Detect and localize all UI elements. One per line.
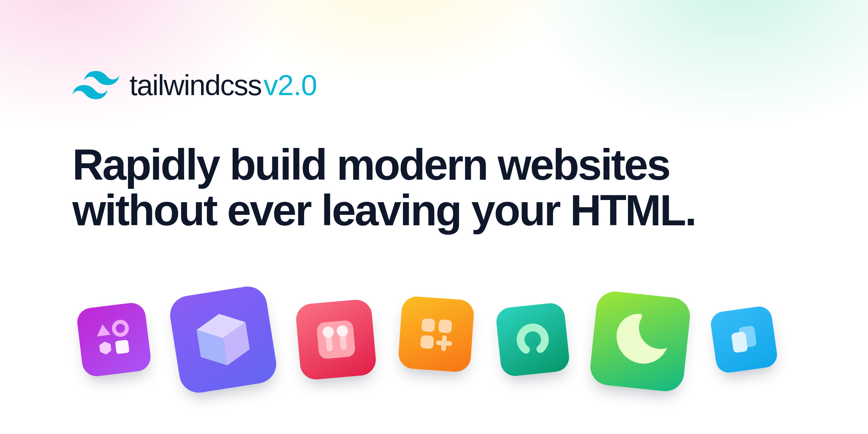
feature-card-grid-plus bbox=[397, 295, 475, 373]
feature-card-row bbox=[72, 291, 796, 388]
feature-card-cube bbox=[167, 284, 279, 396]
svg-rect-13 bbox=[420, 335, 434, 349]
feature-card-panels bbox=[709, 305, 779, 374]
grid-plus-icon bbox=[411, 309, 461, 359]
feature-card-shapes bbox=[76, 301, 152, 378]
brand-wordmark: tailwindcssv2.0 bbox=[129, 69, 317, 102]
svg-rect-2 bbox=[115, 340, 129, 354]
brand-row: tailwindcssv2.0 bbox=[72, 69, 796, 102]
svg-point-16 bbox=[516, 323, 549, 356]
svg-rect-12 bbox=[438, 319, 452, 333]
tailwind-logo-icon bbox=[72, 71, 119, 100]
sliders-icon bbox=[309, 312, 363, 367]
brand-name: tailwindcss bbox=[129, 69, 261, 101]
feature-card-sliders bbox=[295, 298, 377, 381]
svg-rect-18 bbox=[731, 331, 748, 353]
hero-section: tailwindcssv2.0 Rapidly build modern web… bbox=[0, 0, 868, 388]
headline: Rapidly build modern websites without ev… bbox=[72, 142, 796, 233]
svg-rect-6 bbox=[316, 320, 356, 359]
shapes-icon bbox=[90, 315, 138, 364]
brand-version: v2.0 bbox=[264, 69, 317, 101]
svg-rect-11 bbox=[421, 318, 435, 332]
panels-icon bbox=[722, 317, 766, 362]
svg-marker-0 bbox=[95, 324, 111, 337]
feature-card-moon bbox=[588, 290, 692, 393]
svg-point-1 bbox=[113, 321, 128, 336]
cube-icon bbox=[184, 300, 262, 379]
feature-card-ring bbox=[495, 302, 571, 378]
ring-icon bbox=[509, 316, 557, 363]
moon-icon bbox=[607, 308, 674, 375]
svg-line-15 bbox=[438, 343, 450, 344]
